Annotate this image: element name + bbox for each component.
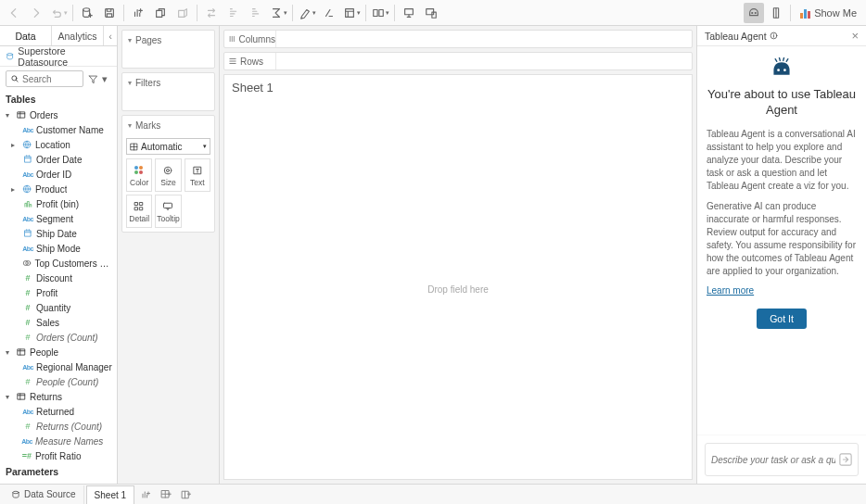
totals-button[interactable]: ▾: [268, 3, 288, 23]
field-item[interactable]: #Discount: [0, 271, 117, 285]
close-agent-button[interactable]: ×: [851, 29, 859, 43]
svg-point-28: [139, 170, 143, 174]
learn-more-link[interactable]: Learn more: [707, 285, 754, 296]
field-item[interactable]: ▾Returns: [0, 389, 117, 404]
mark-detail-button[interactable]: Detail: [126, 195, 152, 228]
svg-point-30: [167, 169, 170, 171]
svg-rect-34: [135, 207, 138, 209]
mark-size-button[interactable]: Size: [155, 158, 181, 192]
clear-button[interactable]: [172, 3, 193, 23]
field-item[interactable]: Profit (bin): [0, 196, 117, 211]
show-me-button[interactable]: Show Me: [795, 3, 862, 23]
new-sheet-button[interactable]: [136, 485, 155, 504]
field-item[interactable]: #Orders (Count): [0, 330, 117, 345]
presentation-button[interactable]: [399, 3, 419, 23]
svg-rect-33: [140, 202, 143, 205]
pages-shelf[interactable]: ▾Pages: [121, 30, 215, 69]
field-item[interactable]: AbcMeasure Names: [0, 434, 117, 448]
collapse-pane-button[interactable]: ‹: [104, 26, 117, 45]
forward-button[interactable]: [26, 3, 46, 23]
search-input[interactable]: [6, 70, 83, 87]
field-item[interactable]: #Profit: [0, 285, 117, 300]
tableau-agent-panel: Tableau Agent × You're about to use Tabl…: [696, 26, 866, 484]
field-item[interactable]: Order Date: [0, 152, 117, 167]
device-preview-button[interactable]: [421, 3, 441, 23]
tableau-agent-toggle[interactable]: [744, 3, 764, 23]
highlight-button[interactable]: ▾: [297, 3, 317, 23]
field-item[interactable]: ▾People: [0, 345, 117, 359]
datasource-tab[interactable]: Data Source: [4, 485, 84, 504]
info-icon[interactable]: [770, 32, 778, 40]
field-item[interactable]: AbcReturned: [0, 404, 117, 419]
field-item[interactable]: AbcOrder ID: [0, 167, 117, 182]
marks-label: Marks: [135, 120, 160, 131]
filter-fields-button[interactable]: [86, 72, 99, 85]
mark-text-button[interactable]: Text: [185, 158, 210, 192]
viz-canvas[interactable]: Sheet 1 Drop field here: [223, 74, 693, 480]
data-guide-button[interactable]: [766, 3, 786, 23]
field-item[interactable]: #People (Count): [0, 374, 117, 389]
fit-button[interactable]: ▾: [370, 3, 390, 23]
sort-desc-button[interactable]: [246, 3, 266, 23]
save-button[interactable]: [99, 3, 120, 23]
tables-heading: Tables: [0, 91, 117, 107]
svg-point-25: [134, 166, 138, 170]
svg-rect-19: [25, 231, 31, 236]
field-item[interactable]: AbcCustomer Name: [0, 122, 117, 137]
field-item[interactable]: =#Profit Ratio: [0, 448, 117, 463]
field-item[interactable]: #Sales: [0, 315, 117, 330]
swap-button[interactable]: [201, 3, 222, 23]
field-item[interactable]: AbcRegional Manager: [0, 359, 117, 374]
agent-prompt-input[interactable]: [705, 443, 859, 476]
new-story-button[interactable]: [177, 485, 196, 504]
new-dashboard-button[interactable]: [157, 485, 175, 504]
filters-shelf[interactable]: ▾Filters: [121, 72, 215, 111]
datasource-row[interactable]: Superstore Datasource: [0, 46, 117, 67]
field-item[interactable]: Top Customers by P...: [0, 256, 117, 271]
columns-shelf[interactable]: Columns: [223, 30, 693, 48]
group-button[interactable]: [319, 3, 339, 23]
svg-point-0: [83, 7, 90, 11]
back-button[interactable]: [4, 3, 24, 23]
canvas-area: Columns Rows Sheet 1 Drop field here: [220, 26, 696, 484]
agent-panel-title: Tableau Agent: [705, 31, 767, 42]
field-item[interactable]: AbcSegment: [0, 211, 117, 226]
svg-rect-5: [373, 9, 376, 16]
svg-rect-22: [18, 349, 25, 355]
rows-shelf[interactable]: Rows: [223, 52, 693, 70]
svg-rect-3: [179, 10, 185, 17]
svg-rect-7: [405, 8, 414, 14]
tab-data[interactable]: Data: [0, 26, 52, 45]
sheet-tab[interactable]: Sheet 1: [86, 485, 134, 504]
undo-dropdown-button[interactable]: ▾: [48, 3, 69, 23]
field-item[interactable]: ▸Product: [0, 182, 117, 196]
new-worksheet-button[interactable]: [128, 3, 148, 23]
got-it-button[interactable]: Got It: [757, 309, 807, 329]
search-field[interactable]: [22, 74, 79, 84]
mark-type-select[interactable]: Automatic ▾: [126, 138, 210, 155]
field-item[interactable]: #Quantity: [0, 300, 117, 315]
view-options-button[interactable]: ▾: [102, 73, 111, 85]
worksheet-menu-button[interactable]: ▾: [341, 3, 362, 23]
field-tree: ▾OrdersAbcCustomer Name▸LocationOrder Da…: [0, 107, 117, 484]
new-datasource-button[interactable]: [77, 3, 97, 23]
mark-color-button[interactable]: Color: [126, 158, 152, 192]
sort-asc-button[interactable]: [223, 3, 244, 23]
agent-disclaimer-text: Generative AI can produce inaccurate or …: [707, 200, 857, 278]
field-item[interactable]: ▾Orders: [0, 107, 117, 122]
agent-intro-text: Tableau Agent is a conversational AI ass…: [707, 128, 857, 193]
sheet-title[interactable]: Sheet 1: [224, 75, 692, 100]
mark-tooltip-button[interactable]: Tooltip: [155, 195, 181, 228]
agent-prompt-field[interactable]: [711, 455, 835, 465]
field-item[interactable]: Ship Date: [0, 226, 117, 241]
svg-rect-23: [18, 394, 25, 399]
send-icon[interactable]: [839, 453, 852, 466]
field-item[interactable]: AbcShip Mode: [0, 241, 117, 256]
svg-point-10: [752, 12, 753, 13]
field-item[interactable]: #Returns (Count): [0, 419, 117, 434]
duplicate-button[interactable]: [150, 3, 171, 23]
pages-label: Pages: [135, 35, 161, 45]
field-item[interactable]: ▸Location: [0, 137, 117, 152]
svg-point-27: [134, 170, 138, 174]
tab-analytics[interactable]: Analytics: [52, 26, 104, 45]
